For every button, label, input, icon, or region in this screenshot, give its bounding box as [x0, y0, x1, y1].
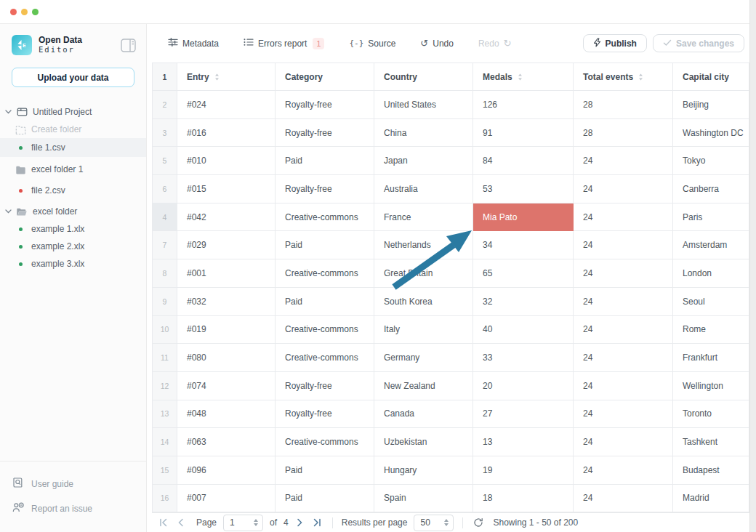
cell-entry[interactable]: #019: [177, 316, 276, 344]
cell-country[interactable]: New Zealand: [374, 372, 473, 400]
cell-category[interactable]: Paid: [276, 456, 374, 485]
cell-category[interactable]: Royalty-free: [276, 400, 374, 429]
cell-total-events[interactable]: 24: [574, 147, 673, 175]
sort-icon[interactable]: [214, 73, 220, 81]
chevron-down-icon[interactable]: [5, 110, 12, 114]
cell-capital[interactable]: Wellington: [673, 372, 749, 400]
cell-category[interactable]: Creative-commons: [276, 344, 374, 372]
cell-medals[interactable]: 27: [473, 400, 574, 429]
prev-page-icon[interactable]: [176, 518, 185, 527]
cell-capital[interactable]: Rome: [673, 316, 749, 344]
cell-total-events[interactable]: 24: [574, 175, 673, 203]
cell-total-events[interactable]: 24: [574, 288, 673, 316]
tree-item-example-1-xlx[interactable]: example 1.xlx: [0, 220, 146, 238]
cell-capital[interactable]: Madrid: [673, 485, 749, 513]
source-button[interactable]: {-} Source: [349, 39, 395, 49]
cell-category[interactable]: Royalty-free: [276, 175, 374, 203]
cell-medals[interactable]: 32: [473, 288, 574, 316]
cell-country[interactable]: France: [374, 203, 473, 232]
cell-country[interactable]: Australia: [374, 175, 473, 203]
cell-category[interactable]: Creative-commons: [276, 428, 374, 456]
cell-total-events[interactable]: 24: [574, 203, 673, 232]
cell-entry[interactable]: #096: [177, 456, 276, 485]
cell-entry[interactable]: #048: [177, 400, 276, 429]
row-number-cell[interactable]: 10: [152, 316, 177, 344]
column-header-category[interactable]: Category: [276, 63, 374, 91]
sidebar-toggle-icon[interactable]: [121, 39, 136, 52]
cell-country[interactable]: United States: [374, 91, 473, 119]
row-number-cell[interactable]: 9: [152, 288, 177, 316]
cell-category[interactable]: Paid: [276, 231, 374, 259]
cell-country[interactable]: Italy: [374, 316, 473, 344]
cell-medals[interactable]: 91: [473, 119, 574, 148]
cell-total-events[interactable]: 24: [574, 485, 673, 513]
sort-icon[interactable]: [638, 73, 643, 81]
tree-item-excel-folder-1[interactable]: excel folder 1: [0, 161, 146, 178]
cell-category[interactable]: Royalty-free: [276, 119, 374, 148]
cell-medals[interactable]: 13: [473, 428, 574, 456]
cell-country[interactable]: Canada: [374, 400, 473, 429]
cell-total-events[interactable]: 24: [574, 400, 673, 429]
cell-capital[interactable]: London: [673, 259, 749, 288]
cell-total-events[interactable]: 28: [574, 91, 673, 119]
upload-data-button[interactable]: Upload your data: [12, 68, 134, 87]
minimize-window-button[interactable]: [21, 9, 28, 15]
cell-total-events[interactable]: 24: [574, 316, 673, 344]
next-page-icon[interactable]: [295, 518, 305, 527]
user-guide-link[interactable]: User guide: [12, 476, 134, 491]
cell-total-events[interactable]: 24: [574, 259, 673, 288]
last-page-icon[interactable]: [311, 518, 323, 527]
cell-entry[interactable]: #029: [177, 231, 276, 259]
cell-country[interactable]: Germany: [374, 344, 473, 372]
tree-item-create-folder[interactable]: Create folder: [0, 121, 146, 138]
cell-category[interactable]: Paid: [276, 147, 374, 175]
cell-category[interactable]: Royalty-free: [276, 91, 374, 119]
cell-capital[interactable]: Budapest: [673, 456, 749, 485]
tree-item-file-2-csv[interactable]: file 2.csv: [0, 182, 146, 199]
cell-entry[interactable]: #016: [177, 119, 276, 148]
column-header-country[interactable]: Country: [374, 63, 473, 91]
cell-capital[interactable]: Amsterdam: [673, 231, 749, 259]
row-number-cell[interactable]: 13: [152, 400, 177, 429]
cell-entry[interactable]: #042: [177, 203, 276, 232]
cell-entry[interactable]: #010: [177, 147, 276, 175]
row-number-cell[interactable]: 15: [152, 456, 177, 485]
tree-item-excel-folder[interactable]: excel folder: [0, 203, 146, 220]
report-issue-link[interactable]: Report an issue: [12, 501, 134, 516]
cell-entry[interactable]: #024: [177, 91, 276, 119]
cell-country[interactable]: Great Britain: [374, 259, 473, 288]
results-per-page-input[interactable]: [414, 517, 438, 528]
column-header-entry[interactable]: Entry: [177, 63, 276, 91]
cell-category[interactable]: Creative-commons: [276, 203, 374, 232]
metadata-button[interactable]: Metadata: [168, 37, 219, 49]
row-number-cell[interactable]: 2: [152, 91, 177, 119]
column-header-medals[interactable]: Medals: [473, 63, 574, 91]
error-cell-medals[interactable]: Mia Pato: [473, 203, 574, 232]
cell-entry[interactable]: #074: [177, 372, 276, 400]
cell-capital[interactable]: Tokyo: [673, 147, 749, 175]
page-spinner[interactable]: [254, 519, 258, 526]
column-header-capital-city[interactable]: Capital city: [673, 63, 749, 91]
cell-medals[interactable]: 20: [473, 372, 574, 400]
first-page-icon[interactable]: [157, 518, 169, 527]
maximize-window-button[interactable]: [32, 9, 39, 15]
row-number-cell[interactable]: 7: [152, 231, 177, 259]
cell-medals[interactable]: 65: [473, 259, 574, 288]
cell-total-events[interactable]: 24: [574, 456, 673, 485]
cell-medals[interactable]: 53: [473, 175, 574, 203]
cell-total-events[interactable]: 28: [574, 119, 673, 148]
row-number-cell[interactable]: 6: [152, 175, 177, 203]
cell-entry[interactable]: #015: [177, 175, 276, 203]
column-header-total-events[interactable]: Total events: [574, 63, 673, 91]
row-number-cell[interactable]: 3: [152, 119, 177, 148]
cell-category[interactable]: Creative-commons: [276, 316, 374, 344]
row-number-cell[interactable]: 16: [152, 485, 177, 513]
sort-icon[interactable]: [518, 73, 523, 81]
save-changes-button[interactable]: Save changes: [653, 34, 744, 52]
cell-capital[interactable]: Frankfurt: [673, 344, 749, 372]
cell-country[interactable]: Hungary: [374, 456, 473, 485]
results-spinner[interactable]: [444, 519, 449, 526]
cell-medals[interactable]: 18: [473, 485, 574, 513]
row-number-cell[interactable]: 11: [152, 344, 177, 372]
row-number-cell[interactable]: 4: [152, 203, 177, 232]
